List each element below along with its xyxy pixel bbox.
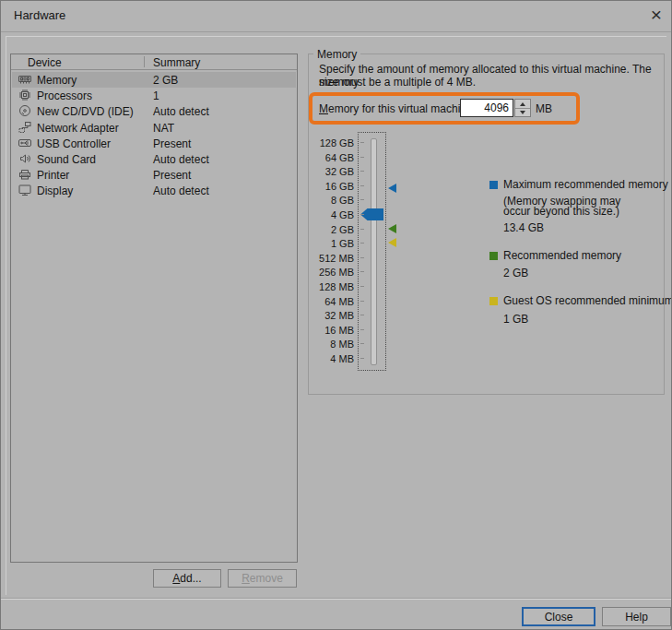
device-label: New CD/DVD (IDE) — [37, 105, 134, 118]
memory-group-title: Memory — [313, 48, 360, 61]
device-label: Processors — [37, 89, 92, 102]
memory-spinner — [514, 99, 531, 117]
remove-button[interactable]: Remove — [228, 569, 297, 588]
device-summary: Auto detect — [153, 105, 209, 118]
tick-1gb: 1 GB — [314, 238, 354, 249]
spinner-down-button[interactable] — [515, 108, 530, 116]
column-header-device: Device — [28, 56, 62, 69]
legend-recommended-label: Recommended memory — [503, 249, 621, 262]
add-button[interactable]: Add... — [153, 569, 221, 588]
max-memory-marker-icon — [388, 184, 396, 193]
device-list-header: Device Summary — [11, 54, 297, 70]
device-label: USB Controller — [37, 137, 111, 150]
tick-64mb: 64 MB — [314, 296, 354, 307]
footer-divider — [1, 598, 671, 600]
memory-unit-label: MB — [536, 102, 552, 115]
recommended-memory-marker-icon — [388, 224, 396, 233]
table-row-memory[interactable]: Memory 2 GB — [12, 72, 296, 88]
tick-256mb: 256 MB — [314, 267, 354, 278]
tick-512mb: 512 MB — [314, 253, 354, 264]
remove-button-mnemonic: R — [242, 572, 250, 585]
tick-128mb: 128 MB — [314, 281, 354, 292]
table-row-network-adapter[interactable]: Network Adapter NAT — [12, 120, 296, 136]
table-row-printer[interactable]: Printer Present — [12, 167, 296, 183]
memory-input-label-rest: emory for this virtual machine: — [328, 102, 476, 115]
device-summary: Present — [153, 169, 191, 182]
sound-icon — [18, 151, 32, 166]
printer-icon — [18, 167, 32, 182]
title-bar[interactable]: Hardware × — [1, 1, 671, 32]
device-summary: NAT — [153, 122, 174, 135]
spinner-up-icon — [520, 102, 525, 106]
legend-minimum-square-icon — [489, 297, 498, 305]
minimum-memory-marker-icon — [388, 238, 396, 247]
remove-button-label: emove — [250, 572, 283, 585]
close-icon[interactable]: × — [651, 4, 662, 26]
table-row-display[interactable]: Display Auto detect — [12, 183, 296, 198]
tick-64gb: 64 GB — [314, 152, 354, 163]
add-button-label: dd... — [180, 572, 201, 585]
tick-4mb: 4 MB — [314, 353, 354, 364]
memory-icon — [18, 72, 32, 87]
column-header-summary: Summary — [153, 56, 200, 69]
tick-16gb: 16 GB — [314, 181, 354, 192]
processor-icon — [18, 88, 32, 102]
device-summary: 2 GB — [153, 74, 178, 87]
close-button[interactable]: Close — [522, 607, 595, 626]
legend-max-note-line2: occur beyond this size.) — [503, 205, 619, 218]
network-icon — [18, 120, 32, 135]
device-label: Printer — [37, 169, 69, 182]
tick-8mb: 8 MB — [314, 339, 354, 350]
help-button[interactable]: Help — [602, 607, 671, 626]
table-row-processors[interactable]: Processors 1 — [12, 88, 296, 103]
device-label: Network Adapter — [37, 122, 119, 135]
legend-recommended-value: 2 GB — [503, 267, 528, 279]
device-label: Sound Card — [37, 153, 96, 166]
legend-minimum-value: 1 GB — [503, 313, 528, 326]
tick-4gb: 4 GB — [314, 209, 354, 220]
tick-128gb: 128 GB — [314, 137, 354, 149]
memory-slider-track[interactable] — [371, 138, 377, 365]
memory-description-line2: size must be a multiple of 4 MB. — [319, 76, 476, 89]
device-summary: Auto detect — [153, 184, 209, 197]
memory-input-label-mnemonic: M — [319, 102, 328, 115]
device-summary: 1 — [153, 89, 159, 102]
dialog-title: Hardware — [14, 8, 65, 22]
memory-input[interactable] — [460, 99, 513, 117]
device-summary: Present — [153, 137, 191, 150]
table-row-cd-dvd[interactable]: New CD/DVD (IDE) Auto detect — [12, 103, 296, 119]
display-icon — [18, 183, 32, 197]
legend-max-square-icon — [489, 181, 498, 189]
spinner-down-icon — [520, 111, 525, 114]
device-label: Memory — [37, 74, 77, 87]
tick-32gb: 32 GB — [314, 166, 354, 177]
tick-32mb: 32 MB — [314, 310, 354, 321]
device-summary: Auto detect — [153, 153, 209, 166]
device-label: Display — [37, 184, 73, 197]
cd-icon — [18, 103, 32, 118]
hardware-dialog: Hardware × Device Summary Memory 2 GB Pr… — [0, 0, 672, 630]
usb-icon — [18, 136, 32, 150]
table-row-usb-controller[interactable]: USB Controller Present — [12, 136, 296, 151]
legend-minimum-label: Guest OS recommended minimum — [503, 294, 672, 307]
tick-16mb: 16 MB — [314, 325, 354, 336]
memory-input-label: Memory for this virtual machine: — [319, 102, 476, 115]
table-row-sound-card[interactable]: Sound Card Auto detect — [12, 151, 296, 167]
legend-max-label: Maximum recommended memory — [503, 178, 668, 191]
column-divider — [144, 56, 145, 67]
tick-2gb: 2 GB — [314, 224, 354, 235]
legend-recommended-square-icon — [489, 252, 498, 260]
tick-8gb: 8 GB — [314, 195, 354, 206]
legend-max-value: 13.4 GB — [503, 221, 544, 234]
device-list: Device Summary Memory 2 GB Processors 1 … — [10, 53, 298, 563]
